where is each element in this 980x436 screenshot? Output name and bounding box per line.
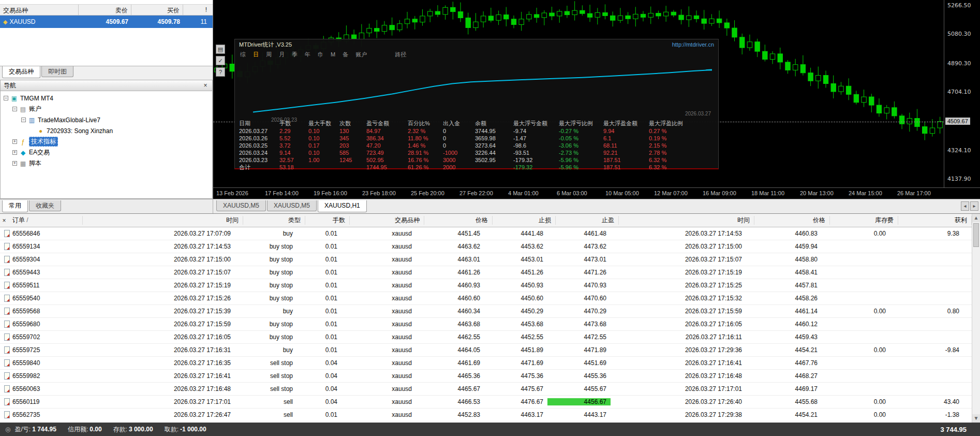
spread-value: 11 xyxy=(183,18,210,25)
terminal-column-header-symbol[interactable]: 交易品种 xyxy=(350,216,424,225)
chart-side-button[interactable]: ✓ xyxy=(216,56,225,65)
mtdriver-menu-item-10[interactable]: 路径 xyxy=(395,51,406,59)
terminal-row[interactable]: 655600632026.03.27 17:16:48sell stop0.04… xyxy=(0,383,972,396)
terminal-column-header-price[interactable]: 价格 xyxy=(424,216,493,225)
terminal-row[interactable]: 655598402026.03.27 17:16:35sell stop0.04… xyxy=(0,357,972,370)
terminal-column-header-open_time[interactable]: 时间 xyxy=(83,216,243,225)
candle xyxy=(618,8,622,23)
terminal-row[interactable]: 655591342026.03.27 17:14:53buy stop0.01x… xyxy=(0,240,972,253)
cell-lots: 0.01 xyxy=(297,333,341,341)
mtdriver-menu-item-2[interactable]: 周 xyxy=(266,51,272,59)
cell-symbol: xauusd xyxy=(341,398,416,405)
scroll-down-icon[interactable]: ▼ xyxy=(972,414,980,423)
scrollbar-thumb[interactable] xyxy=(973,223,979,247)
tree-item[interactable]: +ƒ技术指标 xyxy=(1,136,212,147)
mtdriver-menu-item-4[interactable]: 季 xyxy=(292,51,298,59)
navigator-tab-0[interactable]: 常用 xyxy=(2,200,28,212)
terminal-row[interactable]: 655594432026.03.27 17:15:07buy stop0.01x… xyxy=(0,266,972,279)
market-watch-row[interactable]: ◆XAUUSD4509.674509.7811 xyxy=(0,16,213,28)
scroll-right-icon[interactable]: ▸ xyxy=(970,201,978,211)
mtdriver-menu-item-3[interactable]: 月 xyxy=(279,51,285,59)
mtdriver-menu-item-1[interactable]: 日 xyxy=(253,51,259,59)
expander-icon[interactable]: − xyxy=(21,118,26,122)
tree-item[interactable]: +▦脚本 xyxy=(1,158,212,169)
mtdriver-menu-item-8[interactable]: 备 xyxy=(343,51,348,59)
terminal-column-header-lots[interactable]: 手数 xyxy=(305,216,350,225)
terminal-row[interactable]: 655568462026.03.27 17:07:09buy0.01xauusd… xyxy=(0,227,972,240)
tree-item[interactable]: −▤账户 xyxy=(1,104,212,114)
terminal-column-header-swap[interactable]: 库存费 xyxy=(830,216,898,225)
cell-order: 65559982 xyxy=(0,372,75,380)
mtdriver-table-row: 2026.03.2332.571.001245502.9516.76 %3000… xyxy=(239,156,714,164)
cell-symbol: xauusd xyxy=(341,411,416,418)
cell-close_price: 4461.14 xyxy=(746,308,822,315)
terminal-column-header-order[interactable]: 订单 / xyxy=(8,216,83,225)
mtdriver-column-header: 出入金 xyxy=(443,119,475,127)
terminal-row[interactable]: 655599822026.03.27 17:16:41sell stop0.04… xyxy=(0,370,972,383)
expander-icon[interactable]: − xyxy=(12,107,17,111)
terminal-row[interactable]: 655601192026.03.27 17:17:01sell0.04xauus… xyxy=(0,396,972,409)
terminal-column-header-sl[interactable]: 止损 xyxy=(493,216,556,225)
cell-price: 4460.34 xyxy=(416,308,484,315)
column-header-spread[interactable]: ! xyxy=(183,5,210,15)
chart-tab-1[interactable]: XAUUSD,M5 xyxy=(267,200,317,211)
terminal-scrollbar[interactable]: ▲ ▼ xyxy=(972,214,980,423)
expander-icon[interactable]: + xyxy=(12,150,17,155)
terminal-row[interactable]: 655627352026.03.27 17:26:47sell0.01xauus… xyxy=(0,409,972,422)
chart-tab-0[interactable]: XAUUSD,M5 xyxy=(216,200,266,211)
mtdriver-link[interactable]: http://mtdriver.cn xyxy=(672,41,714,48)
cell-tp: 4455.36 xyxy=(547,372,611,380)
mtdriver-cell: 0.27 % xyxy=(649,127,693,135)
tree-item[interactable]: +◆EA交易 xyxy=(1,147,212,158)
close-icon[interactable]: × xyxy=(0,217,8,224)
candle xyxy=(565,6,569,18)
terminal-column-header-close_time[interactable]: 时间 xyxy=(619,216,754,225)
terminal-column-header-tp[interactable]: 止盈 xyxy=(556,216,619,225)
order-icon xyxy=(4,411,10,418)
mtdriver-menu-item-9[interactable]: 账户 xyxy=(355,51,367,59)
chart-side-button[interactable]: ? xyxy=(216,67,225,77)
tree-item[interactable]: −▣TMGM MT4 xyxy=(1,93,212,104)
price-axis[interactable]: 5266.505080.304890.304704.104324.104137.… xyxy=(944,0,980,187)
chart-side-button[interactable]: ▤ xyxy=(216,45,225,54)
terminal-row[interactable]: 655597252026.03.27 17:16:31buy0.01xauusd… xyxy=(0,344,972,357)
expander-icon[interactable]: + xyxy=(12,139,17,144)
navigator-tab-1[interactable]: 收藏夹 xyxy=(29,200,61,211)
terminal-row[interactable]: 655595112026.03.27 17:15:19buy stop0.01x… xyxy=(0,279,972,292)
terminal-column-header-type[interactable]: 类型 xyxy=(243,216,305,225)
order-icon xyxy=(4,398,10,405)
tree-item[interactable]: ●7202933: Song Xinzhan xyxy=(1,125,212,136)
terminal-row[interactable]: 655593042026.03.27 17:15:00buy stop0.01x… xyxy=(0,253,972,266)
mtdriver-menu-item-7[interactable]: M xyxy=(331,51,335,57)
terminal-column-header-close_price[interactable]: 价格 xyxy=(754,216,830,225)
expander-icon[interactable]: − xyxy=(4,96,8,100)
tree-item[interactable]: −▥TradeMaxGlobal-Live7 xyxy=(1,114,212,125)
terminal-row[interactable]: 655597022026.03.27 17:16:05buy stop0.01x… xyxy=(0,331,972,344)
mtdriver-cell: 2.78 % xyxy=(649,149,693,156)
scroll-up-icon[interactable]: ▲ xyxy=(972,214,980,222)
cell-type: buy xyxy=(235,230,297,237)
mtdriver-menu-item-0[interactable]: 综 xyxy=(240,51,246,59)
column-header-symbol[interactable]: 交易品种 xyxy=(0,5,79,15)
cell-type: sell xyxy=(235,398,297,405)
expander-icon[interactable]: + xyxy=(12,161,17,166)
terminal-row[interactable]: 655595682026.03.27 17:15:39buy0.01xauusd… xyxy=(0,305,972,318)
terminal-column-header-profit[interactable]: 获利 xyxy=(898,216,972,225)
cell-sl: 4452.55 xyxy=(484,333,547,341)
terminal-row[interactable]: 655596802026.03.27 17:15:59buy stop0.01x… xyxy=(0,318,972,331)
mtdriver-menu-item-5[interactable]: 年 xyxy=(305,51,310,59)
scroll-left-icon[interactable]: ◂ xyxy=(961,201,969,211)
close-icon[interactable]: × xyxy=(202,82,209,89)
column-header-ask[interactable]: 买价 xyxy=(131,5,183,15)
chart-tab-2[interactable]: XAUUSD,H1 xyxy=(318,200,367,212)
market-watch-tab-0[interactable]: 交易品种 xyxy=(2,66,40,78)
mtdriver-cell xyxy=(339,164,366,171)
market-watch-tab-1[interactable]: 即时图 xyxy=(41,66,73,77)
terminal-row[interactable]: 655595402026.03.27 17:15:26buy stop0.01x… xyxy=(0,292,972,305)
column-header-bid[interactable]: 卖价 xyxy=(79,5,131,15)
mtdriver-menu-item-6[interactable]: 巾 xyxy=(318,51,323,59)
cell-price: 4460.60 xyxy=(416,295,484,302)
navigator-titlebar: 导航 × xyxy=(0,80,213,91)
time-axis[interactable]: 13 Feb 202617 Feb 14:0019 Feb 16:0023 Fe… xyxy=(213,187,980,199)
cell-tp: 4473.62 xyxy=(547,243,611,250)
